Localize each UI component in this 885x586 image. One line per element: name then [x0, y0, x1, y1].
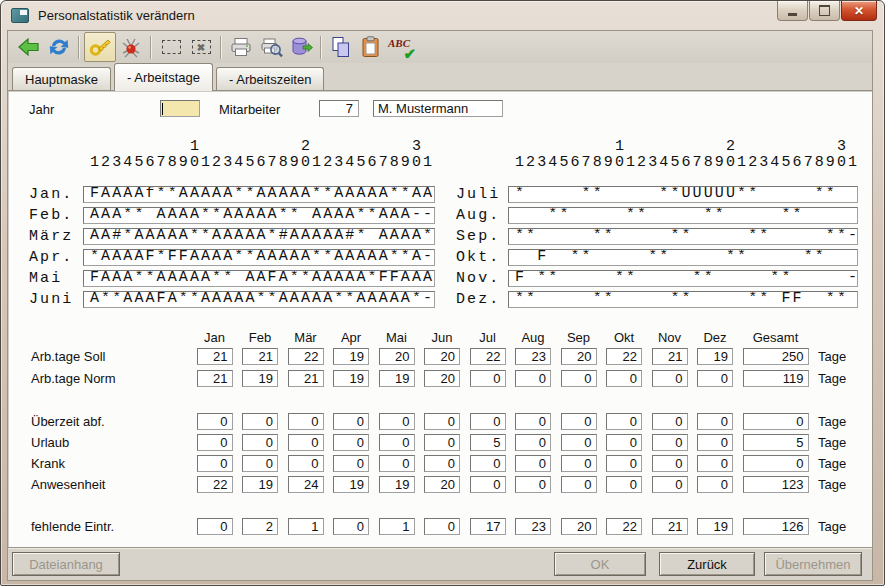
gesamt-cell[interactable]: 123: [743, 476, 809, 493]
month-value-cell[interactable]: 22: [470, 348, 506, 365]
month-value-cell[interactable]: 19: [242, 370, 278, 387]
month-value-cell[interactable]: 0: [379, 413, 415, 430]
month-value-cell[interactable]: 22: [197, 476, 233, 493]
gesamt-cell[interactable]: 0: [743, 455, 809, 472]
month-value-cell[interactable]: 23: [515, 518, 551, 535]
month-value-cell[interactable]: 0: [652, 370, 688, 387]
month-value-cell[interactable]: 19: [333, 348, 369, 365]
month-value-cell[interactable]: 0: [333, 434, 369, 451]
month-value-cell[interactable]: 20: [561, 348, 597, 365]
month-value-cell[interactable]: 0: [652, 455, 688, 472]
spellcheck-button[interactable]: ABC✔: [386, 33, 416, 61]
database-export-button[interactable]: [286, 33, 316, 61]
month-value-cell[interactable]: 0: [197, 413, 233, 430]
month-value-cell[interactable]: 19: [333, 370, 369, 387]
month-value-cell[interactable]: 0: [606, 413, 642, 430]
close-button[interactable]: ✕: [841, 1, 877, 21]
key-button[interactable]: [84, 32, 116, 62]
month-value-cell[interactable]: 5: [470, 434, 506, 451]
month-days-field[interactable]: F ** ** ** **: [508, 249, 858, 266]
month-value-cell[interactable]: 0: [470, 413, 506, 430]
month-value-cell[interactable]: 0: [515, 455, 551, 472]
month-value-cell[interactable]: 21: [242, 348, 278, 365]
month-value-cell[interactable]: 0: [561, 413, 597, 430]
bug-button[interactable]: [116, 33, 146, 61]
month-value-cell[interactable]: 0: [606, 455, 642, 472]
month-value-cell[interactable]: 0: [697, 476, 733, 493]
mitarbeiter-name-input[interactable]: M. Mustermann: [373, 100, 503, 117]
month-value-cell[interactable]: 0: [288, 413, 324, 430]
month-value-cell[interactable]: 0: [197, 455, 233, 472]
month-value-cell[interactable]: 0: [606, 476, 642, 493]
copy-button[interactable]: [326, 33, 356, 61]
month-value-cell[interactable]: 21: [652, 348, 688, 365]
month-value-cell[interactable]: 2: [242, 518, 278, 535]
month-value-cell[interactable]: 0: [561, 476, 597, 493]
mitarbeiter-id-input[interactable]: 7: [319, 100, 359, 117]
selection-box-button[interactable]: [156, 33, 186, 61]
month-value-cell[interactable]: 0: [652, 413, 688, 430]
maximize-button[interactable]: [809, 1, 840, 21]
month-value-cell[interactable]: 19: [333, 476, 369, 493]
month-value-cell[interactable]: 0: [288, 434, 324, 451]
month-value-cell[interactable]: 19: [697, 518, 733, 535]
month-value-cell[interactable]: 20: [424, 348, 460, 365]
month-value-cell[interactable]: 24: [288, 476, 324, 493]
month-value-cell[interactable]: 0: [470, 476, 506, 493]
zurueck-button[interactable]: Zurück: [659, 552, 755, 576]
month-value-cell[interactable]: 0: [606, 370, 642, 387]
month-value-cell[interactable]: 0: [379, 455, 415, 472]
month-value-cell[interactable]: 20: [424, 370, 460, 387]
month-value-cell[interactable]: 20: [379, 348, 415, 365]
tab-arbeitszeiten[interactable]: - Arbeitszeiten: [216, 67, 324, 90]
month-value-cell[interactable]: 0: [424, 413, 460, 430]
tab-hauptmaske[interactable]: Hauptmaske: [12, 67, 111, 90]
month-value-cell[interactable]: 19: [242, 476, 278, 493]
month-value-cell[interactable]: 0: [242, 455, 278, 472]
refresh-button[interactable]: [44, 33, 74, 61]
month-value-cell[interactable]: 0: [561, 370, 597, 387]
month-value-cell[interactable]: 0: [561, 434, 597, 451]
month-value-cell[interactable]: 0: [242, 434, 278, 451]
month-value-cell[interactable]: 0: [288, 455, 324, 472]
minimize-button[interactable]: [777, 1, 808, 21]
clear-selection-button[interactable]: ✖: [186, 33, 216, 61]
gesamt-cell[interactable]: 250: [743, 348, 809, 365]
month-value-cell[interactable]: 0: [561, 455, 597, 472]
titlebar[interactable]: Personalstatistik verändern: [1, 1, 884, 30]
tab-arbeitstage[interactable]: - Arbeitstage: [114, 63, 213, 91]
month-value-cell[interactable]: 20: [561, 518, 597, 535]
month-value-cell[interactable]: 1: [379, 518, 415, 535]
month-value-cell[interactable]: 19: [697, 348, 733, 365]
month-value-cell[interactable]: 22: [606, 518, 642, 535]
paste-button[interactable]: [356, 33, 386, 61]
month-value-cell[interactable]: 0: [515, 476, 551, 493]
month-value-cell[interactable]: 0: [515, 434, 551, 451]
month-value-cell[interactable]: 0: [424, 518, 460, 535]
month-value-cell[interactable]: 0: [697, 455, 733, 472]
month-value-cell[interactable]: 0: [424, 434, 460, 451]
month-value-cell[interactable]: 0: [652, 434, 688, 451]
month-days-field[interactable]: F ** ** ** ** -: [508, 270, 858, 287]
month-value-cell[interactable]: 22: [606, 348, 642, 365]
month-value-cell[interactable]: 0: [697, 370, 733, 387]
month-days-field[interactable]: * ** **UUUUU** **: [508, 186, 858, 203]
month-value-cell[interactable]: 0: [606, 434, 642, 451]
print-button[interactable]: [226, 33, 256, 61]
month-value-cell[interactable]: 19: [379, 476, 415, 493]
month-value-cell[interactable]: 0: [242, 413, 278, 430]
print-preview-button[interactable]: [256, 33, 286, 61]
month-value-cell[interactable]: 0: [515, 370, 551, 387]
gesamt-cell[interactable]: 0: [743, 413, 809, 430]
month-days-field[interactable]: ** ** ** ** **-: [508, 228, 858, 245]
month-value-cell[interactable]: 23: [515, 348, 551, 365]
month-value-cell[interactable]: 19: [379, 370, 415, 387]
month-value-cell[interactable]: 20: [424, 476, 460, 493]
month-value-cell[interactable]: 0: [333, 455, 369, 472]
month-value-cell[interactable]: 0: [470, 370, 506, 387]
month-days-field[interactable]: ** ** ** **: [508, 207, 858, 224]
gesamt-cell[interactable]: 119: [743, 370, 809, 387]
month-value-cell[interactable]: 0: [652, 476, 688, 493]
month-value-cell[interactable]: 21: [197, 348, 233, 365]
month-value-cell[interactable]: 0: [333, 518, 369, 535]
